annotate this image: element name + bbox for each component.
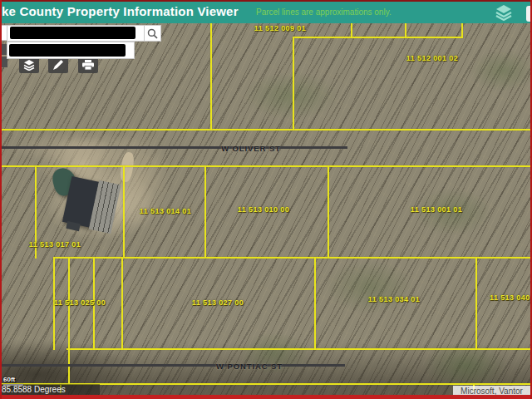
parcel-line (66, 348, 532, 350)
parcel-disclaimer: Parcel lines are approximations only. (256, 7, 392, 17)
parcel-label: 11 512 001 02 (406, 54, 458, 62)
parcel-line (0, 129, 532, 131)
parcel-label: 11 513 010 00 (238, 205, 289, 214)
search-button[interactable] (144, 25, 161, 42)
parcel-label: 11 512 009 01 (254, 24, 306, 32)
app-title: ke County Property Information Viewer (2, 4, 239, 18)
parcel-line (351, 23, 352, 38)
parcel-line (475, 257, 477, 350)
pencil-draw-icon (52, 59, 64, 71)
street-label: W PONTIAC ST (216, 362, 283, 371)
parcel-line (210, 23, 212, 131)
parcel-label: 11 513 025 00 (54, 298, 106, 307)
app-window: 11 512 009 01 11 512 001 02 11 513 014 0… (0, 0, 532, 399)
parcel-label: 11 513 034 01 (368, 295, 420, 303)
parcel-line (204, 165, 206, 259)
parcel-line (405, 23, 406, 38)
parcel-line (121, 257, 123, 350)
map-canvas[interactable]: 11 512 009 01 11 512 001 02 11 513 014 0… (0, 23, 532, 395)
street-label: W OLIVER ST (221, 144, 281, 153)
parcel-line (293, 37, 463, 38)
coordinate-readout: 85.8588 Degrees (0, 384, 100, 396)
driveway (119, 151, 135, 183)
street-casing-line (0, 364, 345, 367)
capture-border-bottom (0, 395, 532, 399)
layers-icon (22, 59, 36, 71)
parcel-label: 11 513 014 01 (140, 207, 191, 215)
redacted-search-text (10, 27, 135, 39)
header-bar: ke County Property Information Viewer Pa… (0, 1, 532, 23)
parcel-line (0, 165, 532, 167)
printer-icon (81, 59, 95, 71)
parcel-line (53, 257, 532, 259)
parcel-line (293, 37, 294, 131)
redacted-suggestion-text (9, 44, 126, 57)
parcel-line (328, 165, 329, 259)
parcel-line (314, 257, 316, 350)
capture-border-left (0, 0, 2, 399)
capture-border-top (0, 0, 532, 2)
layers-stack-icon[interactable] (494, 4, 514, 22)
parcel-label: 11 513 001 01 (411, 205, 462, 214)
parcel-line (123, 165, 125, 259)
parcel-label: 11 513 017 01 (29, 240, 81, 249)
magnifier-icon (147, 28, 158, 39)
street-casing-line (0, 146, 347, 149)
parcel-line (461, 23, 463, 38)
building-rooftop (62, 173, 125, 236)
scale-text: 60ft (3, 376, 23, 383)
parcel-label: 11 513 027 00 (192, 298, 244, 307)
parcel-label: 11 513 040 (490, 293, 530, 302)
